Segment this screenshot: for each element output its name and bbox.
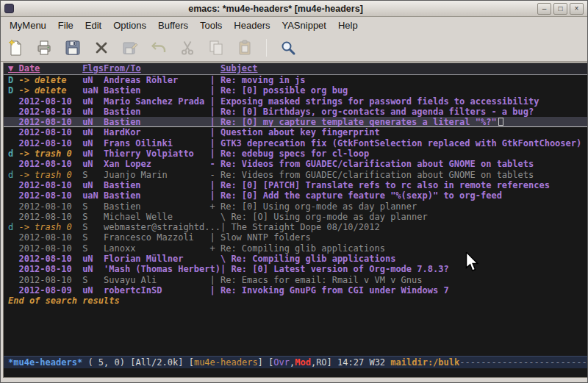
- flags-cell: uN: [82, 264, 104, 274]
- close-buffer-button[interactable]: [92, 38, 111, 57]
- save-button[interactable]: [63, 38, 82, 57]
- date-cell: 2012-08-09: [18, 285, 82, 296]
- modeline-plain: ]: [258, 357, 268, 368]
- menu-tools[interactable]: Tools: [194, 18, 228, 33]
- from-cell: Suvayu Ali: [104, 275, 209, 285]
- cut-button: [178, 38, 197, 57]
- window-controls: –□×: [537, 3, 584, 15]
- date-cell: 2012-08-10: [18, 180, 82, 190]
- menu-buffers[interactable]: Buffers: [152, 18, 194, 33]
- date-cell: 2012-08-10: [18, 107, 82, 117]
- menu-mymenu[interactable]: MyMenu: [4, 18, 52, 33]
- flags-cell: uN: [82, 285, 104, 296]
- menu-headers[interactable]: Headers: [228, 18, 276, 33]
- message-row[interactable]: D-> deleteuNAndreas Röhler| Re: moving i…: [4, 75, 588, 85]
- message-row[interactable]: 2012-08-10uNFlorian Müllner \ Re: Compil…: [4, 254, 588, 264]
- from-cell: Bastien: [104, 190, 209, 201]
- menu-help[interactable]: Help: [332, 18, 364, 33]
- echo-area[interactable]: [4, 368, 588, 377]
- message-row[interactable]: 2012-08-10uNFrans Oilinki| GTK3 deprecat…: [4, 138, 588, 148]
- message-row[interactable]: 2012-08-10uNMario Sanchez Prada| Exposin…: [4, 96, 588, 107]
- search-button[interactable]: [279, 38, 298, 57]
- menu-options[interactable]: Options: [107, 18, 152, 33]
- message-row[interactable]: 2012-08-10SMichael Welle \ Re: [O] Using…: [4, 212, 588, 222]
- mark-char: D: [8, 75, 18, 85]
- save-as-icon: [121, 39, 139, 57]
- date-cell: 2012-08-10: [18, 254, 82, 264]
- mode-line[interactable]: *mu4e-headers* ( 5, 0) [All/2.0k] [mu4e-…: [4, 356, 588, 368]
- titlebar[interactable]: emacs: *mu4e-headers* [mu4e-headers] –□×: [1, 1, 587, 17]
- header-line: ▼ DateFlgsFrom/ToSubject: [4, 63, 588, 75]
- subject-cell: + Re: [0] Using org-mode as day planner: [210, 201, 417, 212]
- date-cell: -> delete: [18, 75, 82, 85]
- date-cell: 2012-08-10: [18, 275, 82, 285]
- flags-cell: S: [82, 232, 104, 243]
- message-row[interactable]: 2012-08-10SLanoxx+ Re: Compiling glib ap…: [4, 243, 588, 254]
- save-icon: [64, 39, 82, 57]
- text-area[interactable]: ▼ DateFlgsFrom/ToSubject D-> deleteuNAnd…: [4, 63, 588, 356]
- mark-char: D: [8, 85, 18, 96]
- subject-cell: | Re: edebug specs for cl-loop: [210, 148, 370, 159]
- print-button[interactable]: [35, 38, 54, 57]
- maximize-button[interactable]: □: [553, 3, 567, 15]
- from-cell: 'Mash (Thomas Herbert): [104, 264, 220, 274]
- date-cell: 2012-08-10: [18, 190, 82, 201]
- modeline-mode: mu4e-headers: [194, 357, 258, 368]
- from-cell: Andreas Röhler: [104, 75, 209, 85]
- message-row[interactable]: 2012-08-10uNHardKor| Question about key …: [4, 127, 588, 137]
- message-row[interactable]: 2012-08-10SSuvayu Ali| Re: Emacs for ema…: [4, 275, 588, 285]
- message-row[interactable]: 2012-08-10uNBastien| Re: [O] my capture …: [4, 117, 588, 127]
- from-cell: Bastien: [104, 201, 209, 212]
- from-cell: Bastien: [104, 107, 209, 117]
- message-row[interactable]: 2012-08-09uNrobertcInSD| Re: Invoking Gn…: [4, 285, 588, 296]
- flags-cell: S: [82, 170, 104, 180]
- close-button[interactable]: ×: [570, 3, 584, 15]
- cut-icon: [179, 39, 196, 57]
- date-cell: 2012-08-10: [18, 212, 82, 222]
- menu-file[interactable]: File: [52, 18, 79, 33]
- flags-cell: uN: [82, 127, 104, 137]
- message-row[interactable]: 2012-08-10uNXan Lopez- Re: Videos from G…: [4, 159, 588, 169]
- toolbar: [1, 34, 587, 62]
- from-cell: HardKor: [104, 127, 209, 137]
- modeline-folder: maildir:/bulk: [390, 357, 459, 368]
- column-header-flags[interactable]: Flgs: [82, 63, 104, 74]
- modeline-buffer: *mu4e-headers*: [8, 357, 82, 368]
- menu-yasnippet[interactable]: YASnippet: [276, 18, 331, 33]
- message-row[interactable]: 2012-08-10uNBastien| Re: [0] Birthdays, …: [4, 107, 588, 117]
- message-row[interactable]: d-> trash 0uNThierry Volpiatto| Re: edeb…: [4, 148, 588, 159]
- menu-edit[interactable]: Edit: [79, 18, 107, 33]
- date-cell: 2012-08-10: [18, 243, 82, 254]
- toolbar-separator: [266, 39, 267, 57]
- from-cell: robertcInSD: [104, 285, 209, 296]
- subject-cell: | Exposing masked strings for password f…: [210, 96, 539, 107]
- message-row[interactable]: D-> deleteuaNBastien| Re: [0] possible o…: [4, 85, 588, 96]
- undo-icon: [150, 39, 168, 57]
- column-header-from[interactable]: From/To: [104, 63, 220, 74]
- column-header-subject[interactable]: Subject: [220, 63, 258, 74]
- modeline-plain: W32: [369, 357, 390, 368]
- end-of-results: End of search results: [4, 296, 588, 306]
- paste-icon: [236, 39, 254, 57]
- new-file-icon: [7, 39, 24, 57]
- subject-cell: - Re: Videos from GUADEC/clarification a…: [210, 159, 534, 169]
- new-file-button[interactable]: [6, 38, 25, 57]
- subject-cell: | Slow NNTP folders: [210, 232, 311, 243]
- message-list: D-> deleteuNAndreas Röhler| Re: moving i…: [4, 75, 588, 296]
- subject-cell: | Re: [0] Add the capture feature "%(sex…: [210, 190, 502, 201]
- message-row[interactable]: 2012-08-10SFrancesco Mazzoli| Slow NNTP …: [4, 232, 588, 243]
- copy-icon: [207, 39, 225, 57]
- subject-cell: \ Re: Compiling glib applications: [210, 254, 396, 264]
- message-row[interactable]: 2012-08-10uaNBastien| Re: [0] Add the ca…: [4, 190, 588, 201]
- message-row[interactable]: 2012-08-10uN'Mash (Thomas Herbert)| Re: …: [4, 264, 588, 274]
- modeline-ro: RO: [316, 357, 326, 368]
- flags-cell: uN: [82, 96, 104, 107]
- message-row[interactable]: 2012-08-10SBastien+ Re: [0] Using org-mo…: [4, 201, 588, 212]
- flags-cell: uN: [82, 159, 104, 169]
- message-row[interactable]: d-> trash 0Swebmaster@straightd...| The …: [4, 222, 588, 232]
- minimize-button[interactable]: –: [537, 3, 551, 15]
- message-row[interactable]: 2012-08-10uNBastien| Re: [0] [PATCH] Tra…: [4, 180, 588, 190]
- text-cursor: [498, 118, 503, 126]
- column-header-date[interactable]: ▼ Date: [8, 63, 82, 74]
- message-row[interactable]: d-> trash 0SJuanjo Marin- Re: Videos fro…: [4, 170, 588, 180]
